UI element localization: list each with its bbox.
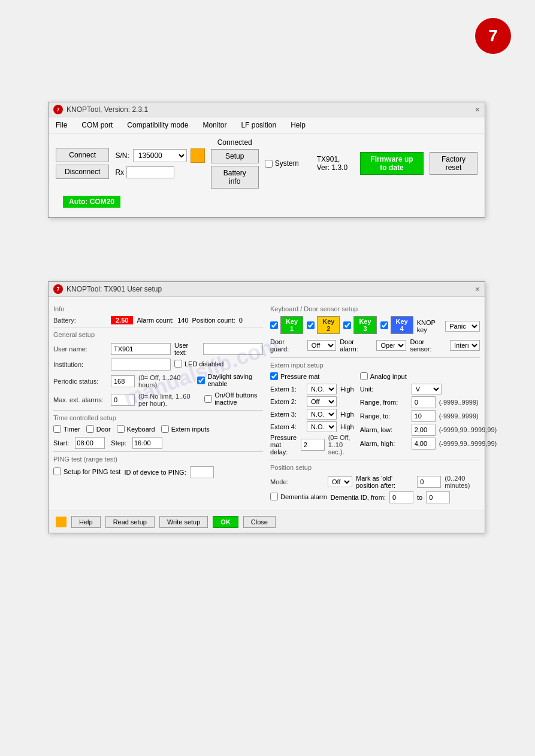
main-close-button[interactable]: × <box>475 105 480 114</box>
dementia-checkbox[interactable] <box>270 493 278 500</box>
write-setup-button[interactable]: Write setup <box>159 516 208 528</box>
dementia-from-input[interactable] <box>389 491 413 503</box>
door-alarm-select[interactable]: Open <box>376 340 406 351</box>
usertext-input[interactable] <box>203 343 263 355</box>
key4-check: Key 4 <box>380 316 413 334</box>
pressure-delay-row: Pressure mat delay: (0= Off, 1..10 sec.)… <box>270 434 354 456</box>
status-bar: Auto: COM20 <box>63 196 120 208</box>
key-row: Key 1 Key 2 Key 3 Key 4 KNOP key <box>270 316 480 336</box>
menu-file[interactable]: File <box>53 120 69 130</box>
analog-input-checkbox[interactable] <box>360 372 368 380</box>
timer-label: Timer <box>64 426 80 433</box>
step-input[interactable] <box>132 437 162 449</box>
key3-check: Key 3 <box>343 316 376 334</box>
ping-section-title: PING test (range test) <box>53 456 263 463</box>
pressure-delay-input[interactable] <box>301 439 325 451</box>
read-setup-button[interactable]: Read setup <box>105 516 155 528</box>
key4-button[interactable]: Key 4 <box>391 316 413 334</box>
ping-id-input[interactable] <box>190 466 214 478</box>
key2-button[interactable]: Key 2 <box>317 316 340 334</box>
door-checkbox[interactable] <box>86 425 94 433</box>
dementia-to-input[interactable] <box>426 491 450 503</box>
main-window: 7 KNOPTool, Version: 2.3.1 × File COM po… <box>48 102 485 218</box>
disconnect-button[interactable]: Disconnect <box>56 165 109 179</box>
start-input[interactable] <box>75 437 105 449</box>
info-section-title: Info <box>53 305 263 312</box>
extern2-select[interactable]: Off <box>307 396 337 407</box>
mode-select[interactable]: Off <box>328 476 352 487</box>
ping-checkbox[interactable] <box>53 467 61 475</box>
ping-setup-label: Setup for PING test <box>64 468 120 475</box>
door-alarm-label: Door alarm: <box>340 338 373 353</box>
institution-row: Institution: LED disabled <box>53 359 263 371</box>
range-from-hint: (-9999..9999) <box>439 399 479 406</box>
extern4-select[interactable]: N.O. <box>307 421 337 432</box>
menu-compatibility-mode[interactable]: Compatibility mode <box>125 120 191 130</box>
door-guard-select[interactable]: Off <box>307 340 336 351</box>
factory-reset-button[interactable]: Factory reset <box>430 152 477 175</box>
range-to-row: Range, to: (-9999..9999) <box>360 410 497 422</box>
knop-key-select[interactable]: Panic <box>445 321 480 332</box>
position-count-label: Position count: <box>192 317 235 324</box>
battery-info-button[interactable]: Battery info <box>211 166 259 189</box>
pressure-mat-check: Pressure mat <box>270 372 319 380</box>
alarm-low-input[interactable] <box>412 424 436 436</box>
range-from-input[interactable] <box>412 396 436 408</box>
setup-close-button[interactable]: × <box>475 284 480 294</box>
max-alarms-input[interactable] <box>111 394 135 406</box>
menu-lf-position[interactable]: LF position <box>238 120 279 130</box>
door-sensor-select[interactable]: Internal <box>450 340 480 351</box>
connected-label: Connected <box>217 138 252 147</box>
help-button[interactable]: Help <box>71 516 101 528</box>
range-to-input[interactable] <box>412 410 436 422</box>
extern-section-title: Extern input setup <box>270 362 480 369</box>
extern-inputs-checkbox[interactable] <box>161 425 169 433</box>
username-input[interactable] <box>111 343 171 355</box>
sn-label: S/N: <box>115 151 129 160</box>
alarm-count-label: Alarm count: <box>137 317 174 324</box>
max-alarms-row: Max. ext. alarms: (0= No limit, 1..60 pe… <box>53 391 263 408</box>
key1-checkbox[interactable] <box>270 321 278 329</box>
periodic-input[interactable] <box>111 375 135 387</box>
max-alarms-hint: (0= No limit, 1..60 per hour). <box>138 393 201 407</box>
mark-input[interactable] <box>417 476 441 488</box>
key3-checkbox[interactable] <box>343 321 351 329</box>
menu-help[interactable]: Help <box>288 120 308 130</box>
menu-com-port[interactable]: COM port <box>79 120 115 130</box>
battery-row: Battery: 2.50 Alarm count: 140 Position … <box>53 316 263 324</box>
time-section-title: Time controlled setup <box>53 414 263 421</box>
door-check: Door <box>86 425 111 433</box>
main-titlebar: 7 KNOPTool, Version: 2.3.1 × <box>49 102 485 117</box>
main-title-group: 7 KNOPTool, Version: 2.3.1 <box>53 105 148 114</box>
menu-monitor[interactable]: Monitor <box>200 120 229 130</box>
daylight-checkbox[interactable] <box>197 377 205 384</box>
institution-input[interactable] <box>111 359 171 371</box>
setup-button[interactable]: Setup <box>211 149 259 163</box>
extern3-select[interactable]: N.O. <box>307 409 337 420</box>
key1-button[interactable]: Key 1 <box>280 316 303 334</box>
username-row: User name: User text: <box>53 342 263 356</box>
alarm-high-input[interactable] <box>412 438 436 450</box>
led-disabled-checkbox[interactable] <box>174 360 182 368</box>
firmware-button[interactable]: Firmware up to date <box>360 152 424 175</box>
key3-button[interactable]: Key 3 <box>353 316 376 334</box>
system-checkbox[interactable] <box>265 160 273 168</box>
keyboard-checkbox[interactable] <box>117 425 125 433</box>
extern1-select[interactable]: N.O. <box>307 384 337 394</box>
key4-checkbox[interactable] <box>380 321 388 329</box>
extern3-high: High <box>340 411 354 418</box>
ok-button[interactable]: OK <box>213 516 238 528</box>
extern-inputs-check: Extern inputs <box>161 425 210 433</box>
pressure-mat-checkbox[interactable] <box>270 372 278 380</box>
onoff-checkbox[interactable] <box>204 395 212 403</box>
position-section-title: Position setup <box>270 464 480 471</box>
unit-select[interactable]: V <box>412 384 442 394</box>
sn-select[interactable]: 135000 <box>133 149 187 162</box>
sn-row: S/N: 135000 <box>115 148 204 163</box>
timer-checkbox[interactable] <box>53 425 61 433</box>
close-setup-button[interactable]: Close <box>243 516 276 528</box>
key2-checkbox[interactable] <box>307 321 315 329</box>
keyboard-setup: Key 1 Key 2 Key 3 Key 4 KNOP key <box>270 316 480 353</box>
connect-button[interactable]: Connect <box>56 148 109 162</box>
pressure-delay-hint: (0= Off, 1..10 sec.). <box>328 434 354 456</box>
